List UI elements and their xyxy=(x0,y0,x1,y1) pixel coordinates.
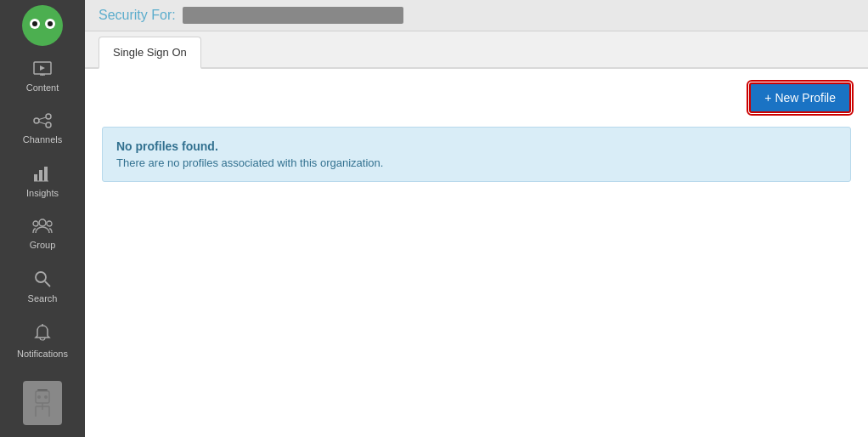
svg-rect-10 xyxy=(39,170,42,181)
svg-point-5 xyxy=(46,114,51,119)
notifications-icon xyxy=(34,324,51,345)
security-label: Security For: xyxy=(99,8,176,23)
tab-sso-label: Single Sign On xyxy=(113,46,187,59)
svg-point-13 xyxy=(39,219,46,226)
sidebar-item-channels[interactable]: Channels xyxy=(0,103,85,155)
avatar xyxy=(23,381,62,425)
channels-icon xyxy=(33,113,52,131)
sidebar-item-label-channels: Channels xyxy=(23,134,62,145)
sidebar-bottom xyxy=(0,372,85,437)
info-box-title: No profiles found. xyxy=(116,139,837,153)
sidebar-item-label-group: Group xyxy=(30,240,56,250)
svg-point-4 xyxy=(34,118,39,123)
logo xyxy=(0,0,85,51)
org-value xyxy=(183,7,403,24)
svg-line-17 xyxy=(45,281,50,287)
logo-eyes xyxy=(30,19,55,29)
svg-rect-11 xyxy=(44,167,48,181)
header-bar: Security For: xyxy=(85,0,868,31)
logo-pupil-left xyxy=(32,21,37,26)
svg-point-6 xyxy=(46,122,51,128)
insights-icon xyxy=(33,165,52,184)
svg-point-16 xyxy=(36,272,46,282)
svg-marker-3 xyxy=(40,65,45,71)
sidebar-item-label-insights: Insights xyxy=(26,188,59,198)
info-box-message: There are no profiles associated with th… xyxy=(116,156,837,169)
svg-point-25 xyxy=(37,395,41,399)
svg-point-26 xyxy=(44,395,48,399)
sidebar-item-insights[interactable]: Insights xyxy=(0,155,85,208)
avatar-item[interactable] xyxy=(0,372,85,437)
svg-point-14 xyxy=(33,221,38,226)
new-profile-button[interactable]: + New Profile xyxy=(749,82,851,113)
group-icon xyxy=(32,218,53,236)
info-box: No profiles found. There are no profiles… xyxy=(102,127,851,182)
sidebar-item-label-content: Content xyxy=(26,82,59,93)
logo-icon xyxy=(22,5,63,46)
search-icon xyxy=(34,270,51,290)
action-bar: + New Profile xyxy=(102,82,851,113)
sidebar-item-group[interactable]: Group xyxy=(0,208,85,260)
logo-eye-right xyxy=(45,19,55,29)
tab-bar: Single Sign On xyxy=(85,31,868,69)
sidebar-item-label-search: Search xyxy=(28,293,58,304)
logo-eye-left xyxy=(30,19,40,29)
sidebar-item-label-notifications: Notifications xyxy=(17,349,68,359)
main-content: Security For: Single Sign On + New Profi… xyxy=(85,0,868,437)
svg-line-8 xyxy=(39,122,46,125)
content-icon xyxy=(33,61,52,79)
logo-pupil-right xyxy=(48,21,53,26)
content-area: + New Profile No profiles found. There a… xyxy=(85,69,868,437)
svg-line-7 xyxy=(39,117,46,120)
sidebar: Content Channels Insights xyxy=(0,0,85,437)
sidebar-item-content[interactable]: Content xyxy=(0,51,85,103)
sidebar-item-notifications[interactable]: Notifications xyxy=(0,314,85,369)
tab-sso[interactable]: Single Sign On xyxy=(99,37,201,69)
svg-rect-9 xyxy=(34,174,37,181)
sidebar-item-search[interactable]: Search xyxy=(0,260,85,314)
svg-point-15 xyxy=(47,221,52,226)
